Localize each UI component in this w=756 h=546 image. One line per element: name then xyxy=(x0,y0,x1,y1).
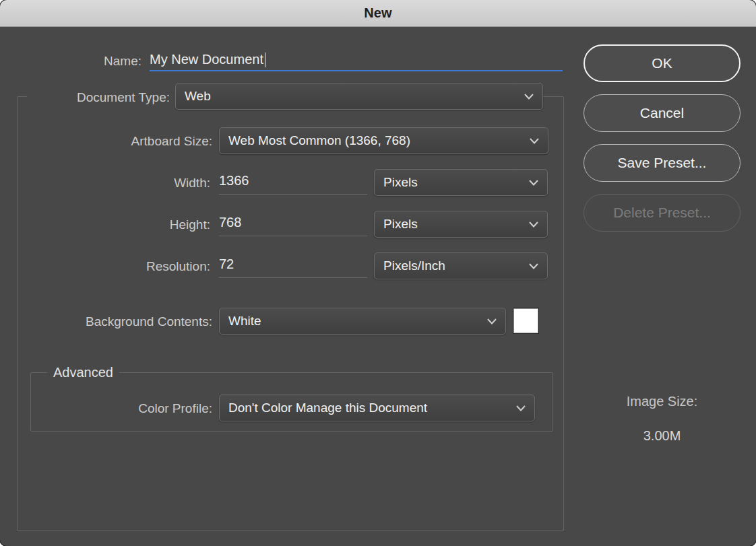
chevron-down-icon xyxy=(529,180,538,186)
advanced-legend: Advanced xyxy=(47,364,119,380)
chevron-down-icon xyxy=(529,221,538,228)
delete-preset-button[interactable]: Delete Preset... xyxy=(584,194,741,232)
chevron-down-icon xyxy=(487,318,497,325)
cancel-button[interactable]: Cancel xyxy=(584,94,741,132)
artboard-size-label: Artboard Size: xyxy=(64,133,212,149)
image-size-value: 3.00M xyxy=(584,428,741,444)
resolution-unit-select[interactable]: Pixels/Inch xyxy=(374,252,548,279)
window-title: New xyxy=(364,5,392,21)
artboard-size-select[interactable]: Web Most Common (1366, 768) xyxy=(219,127,548,154)
width-value: 1366 xyxy=(219,173,249,189)
chevron-down-icon xyxy=(530,138,539,144)
chevron-down-icon xyxy=(529,263,538,269)
height-unit-select[interactable]: Pixels xyxy=(374,211,548,238)
background-contents-value: White xyxy=(228,314,480,329)
background-contents-select[interactable]: White xyxy=(219,308,506,335)
background-contents-label: Background Contents: xyxy=(27,314,212,330)
resolution-input[interactable]: 72 xyxy=(219,251,367,278)
resolution-value: 72 xyxy=(219,257,234,272)
height-input[interactable]: 768 xyxy=(219,209,367,236)
height-label: Height: xyxy=(64,217,210,233)
width-input[interactable]: 1366 xyxy=(219,168,367,195)
name-input[interactable]: My New Document xyxy=(150,48,563,71)
width-unit-value: Pixels xyxy=(383,175,522,190)
save-preset-button[interactable]: Save Preset... xyxy=(584,144,741,182)
new-document-dialog: New Name: My New Document Document Type:… xyxy=(0,0,756,546)
name-label: Name: xyxy=(27,53,141,69)
name-value: My New Document xyxy=(150,52,263,67)
resolution-unit-value: Pixels/Inch xyxy=(383,259,522,273)
height-unit-value: Pixels xyxy=(383,217,522,232)
document-type-select[interactable]: Web xyxy=(175,83,543,110)
titlebar[interactable]: New xyxy=(0,0,756,27)
height-value: 768 xyxy=(219,215,241,230)
chevron-down-icon xyxy=(524,94,534,100)
artboard-size-value: Web Most Common (1366, 768) xyxy=(228,133,523,148)
color-profile-value: Don't Color Manage this Document xyxy=(228,401,509,415)
background-color-swatch xyxy=(513,308,538,333)
document-type-value: Web xyxy=(185,89,517,104)
width-unit-select[interactable]: Pixels xyxy=(374,169,548,196)
document-type-label: Document Type: xyxy=(27,90,175,106)
color-profile-select[interactable]: Don't Color Manage this Document xyxy=(219,395,535,421)
text-caret xyxy=(265,53,265,67)
chevron-down-icon xyxy=(516,405,526,411)
image-size-label: Image Size: xyxy=(584,394,741,409)
color-profile-label: Color Profile: xyxy=(64,401,212,417)
resolution-label: Resolution: xyxy=(64,259,210,275)
ok-button[interactable]: OK xyxy=(584,44,741,82)
width-label: Width: xyxy=(64,175,210,191)
